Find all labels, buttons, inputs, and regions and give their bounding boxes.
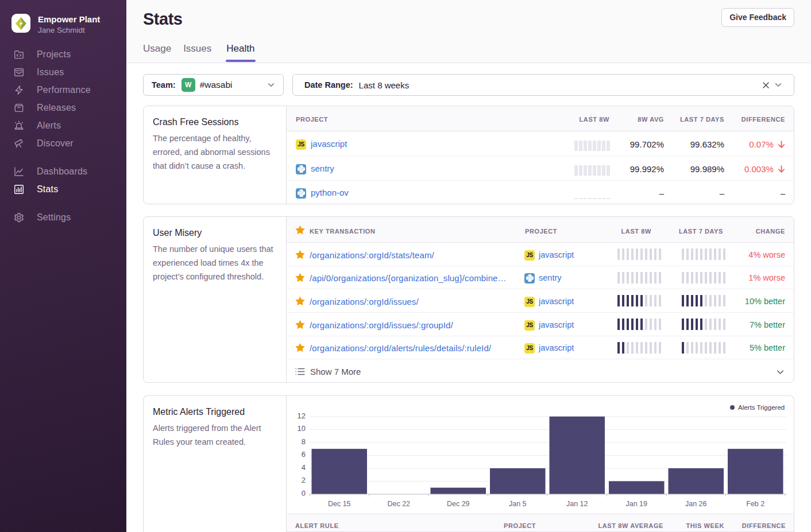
svg-text:Feb 2: Feb 2: [746, 500, 764, 508]
svg-text:Jan 5: Jan 5: [509, 500, 527, 508]
svg-text:8: 8: [302, 437, 306, 446]
svg-text:Jan 26: Jan 26: [685, 500, 707, 508]
svg-text:Dec 22: Dec 22: [387, 500, 410, 508]
svg-text:Jan 19: Jan 19: [625, 500, 647, 508]
svg-text:Jan 12: Jan 12: [566, 500, 588, 508]
svg-text:12: 12: [298, 411, 306, 420]
svg-text:Alerts Triggered: Alerts Triggered: [738, 404, 785, 411]
svg-text:Dec 29: Dec 29: [447, 500, 470, 508]
svg-text:Dec 15: Dec 15: [328, 500, 351, 508]
svg-text:6: 6: [302, 450, 306, 459]
svg-text:4: 4: [302, 463, 306, 472]
svg-text:2: 2: [302, 476, 306, 484]
svg-text:0: 0: [302, 489, 306, 498]
svg-text:10: 10: [298, 424, 306, 433]
